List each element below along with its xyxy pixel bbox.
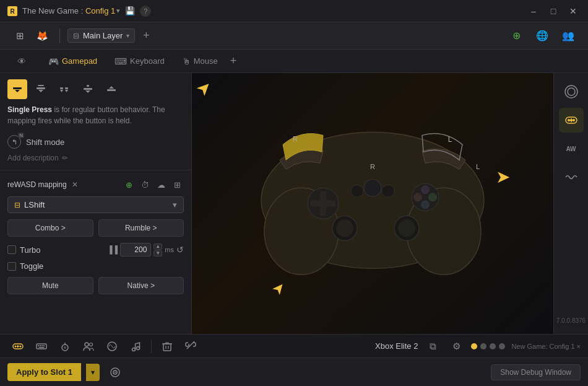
press-description-bold: Single Press — [7, 105, 52, 114]
sidebar-gamepad-button-1[interactable] — [559, 79, 584, 104]
device-music-button[interactable] — [125, 336, 146, 357]
toolbar-right: ⊕ 🌐 👥 — [506, 26, 578, 46]
device-network-button[interactable] — [102, 336, 123, 357]
visibility-button[interactable]: 👁 — [10, 53, 33, 69]
toggle-checkbox[interactable] — [7, 262, 16, 271]
svg-rect-57 — [64, 343, 66, 345]
toolbar-divider-1 — [59, 29, 60, 43]
minimize-button[interactable]: – — [525, 2, 542, 20]
hold-press-button[interactable] — [31, 79, 51, 99]
right-sidebar: AW 7.0.0.8376 — [553, 73, 588, 334]
device-settings-button[interactable]: ⚙ — [447, 338, 465, 355]
device-name-label: Xbox Elite 2 — [375, 341, 418, 351]
config-caret[interactable]: ▾ — [116, 7, 120, 15]
turbo-reset-button[interactable]: ↺ — [176, 245, 184, 255]
sidebar-gamepad-button-2[interactable] — [559, 108, 584, 133]
svg-point-60 — [90, 343, 93, 346]
add-description-row[interactable]: Add description ✏ — [0, 151, 191, 165]
toolbar-left: ⊞ 🦊 — [10, 26, 52, 46]
mapping-grid-icon-button[interactable]: ⊞ — [170, 178, 184, 191]
device-keyboard-button[interactable] — [31, 336, 52, 357]
users-button[interactable]: 👥 — [558, 26, 578, 46]
svg-rect-9 — [65, 87, 68, 89]
svg-point-39 — [568, 88, 575, 95]
toggle-checkbox-label[interactable]: Toggle — [7, 261, 43, 271]
apply-caret-button[interactable]: ▾ — [86, 364, 100, 381]
help-icon[interactable]: ? — [140, 6, 151, 17]
shift-mode-label: Shift mode — [26, 138, 64, 147]
xbox-button[interactable]: ⊕ — [506, 26, 526, 46]
svg-point-24 — [413, 193, 422, 201]
another-press-button[interactable] — [78, 79, 98, 99]
delete-mapping-button[interactable] — [157, 336, 178, 357]
mapping-xbox-icon-button[interactable]: ⊕ — [122, 178, 136, 191]
double-tap-button[interactable] — [54, 79, 74, 99]
footer-target-button[interactable] — [105, 362, 126, 383]
svg-rect-13 — [87, 85, 89, 87]
svg-point-58 — [64, 346, 66, 349]
add-layer-button[interactable]: + — [137, 27, 155, 45]
svg-point-25 — [421, 200, 430, 209]
device-users-button[interactable] — [78, 336, 99, 357]
layer-selector[interactable]: ⊟ Main Layer ▾ — [67, 29, 135, 43]
press-description: Single Press is for regular button behav… — [0, 103, 191, 133]
slot-dot-1[interactable] — [471, 343, 477, 349]
apply-to-slot-button[interactable]: Apply to Slot 1 — [7, 363, 81, 381]
svg-rect-51 — [38, 345, 39, 346]
svg-point-49 — [20, 345, 22, 347]
svg-rect-55 — [39, 347, 45, 348]
device-gamepad-button[interactable] — [7, 336, 28, 357]
mapping-cloud-icon-button[interactable]: ☁ — [154, 178, 168, 191]
mouse-tab[interactable]: 🖱 Mouse — [175, 53, 225, 69]
globe-button[interactable]: 🌐 — [532, 26, 552, 46]
sidebar-aw-button[interactable]: AW — [559, 136, 584, 161]
sidebar-wave-button[interactable] — [559, 165, 584, 190]
turbo-value-input[interactable] — [120, 243, 151, 257]
single-press-button[interactable] — [7, 79, 27, 99]
combo-button[interactable]: Combo > — [7, 219, 93, 237]
turbo-spinners: ▲ ▼ — [153, 243, 162, 257]
rumble-button[interactable]: Rumble > — [98, 219, 184, 237]
unlink-button[interactable] — [180, 336, 201, 357]
toggle-row: Toggle — [0, 259, 191, 273]
keyboard-tab[interactable]: ⌨ Keyboard — [107, 53, 172, 69]
mute-button[interactable]: Mute — [7, 277, 93, 294]
mapping-timer-icon-button[interactable]: ⏱ — [138, 178, 152, 191]
mute-native-row: Mute Native > — [0, 273, 191, 298]
window-controls: – □ ✕ — [525, 2, 582, 20]
save-icon[interactable]: 💾 — [125, 6, 135, 15]
svg-rect-14 — [107, 89, 116, 91]
slot-dot-2[interactable] — [480, 343, 486, 349]
svg-rect-2 — [13, 87, 22, 89]
slot-dot-3[interactable] — [490, 343, 496, 349]
svg-text:R: R — [10, 8, 15, 15]
firefox-button[interactable]: 🦊 — [32, 26, 52, 46]
svg-marker-8 — [60, 90, 63, 92]
shift-mode-row: ↰ N Shift mode — [0, 133, 191, 151]
turbo-checkbox[interactable] — [7, 245, 16, 254]
device-joystick-button[interactable] — [54, 336, 76, 357]
maximize-button[interactable]: □ — [545, 2, 562, 20]
show-debug-button[interactable]: Show Debug Window — [491, 364, 581, 380]
add-tab-button[interactable]: + — [230, 55, 237, 68]
native-button[interactable]: Native > — [98, 277, 184, 294]
turbo-checkbox-label[interactable]: Turbo — [7, 245, 40, 255]
release-button[interactable] — [102, 79, 121, 99]
layer-caret-icon: ▾ — [126, 32, 129, 39]
svg-rect-54 — [43, 345, 45, 346]
mapping-select[interactable]: ⊟ LShift ▾ — [7, 196, 184, 213]
gamepad-tab[interactable]: 🎮 Gamepad — [41, 53, 105, 69]
turbo-increment-button[interactable]: ▲ — [153, 243, 162, 250]
slot-dot-4[interactable] — [499, 343, 505, 349]
main-content: Single Press is for regular button behav… — [0, 73, 588, 334]
close-button[interactable]: ✕ — [564, 2, 582, 20]
device-copy-button[interactable]: ⧉ — [424, 338, 441, 355]
grid-view-button[interactable]: ⊞ — [10, 26, 30, 46]
mapping-select-row: ⊟ LShift ▾ — [0, 194, 191, 216]
main-layer-label: Main Layer — [83, 31, 123, 40]
center-panel: R L R L ➤ ➤ ➤ — [192, 73, 553, 334]
svg-point-33 — [382, 185, 394, 197]
mapping-close-button[interactable]: ✕ — [71, 180, 79, 189]
app-icon: R — [6, 5, 19, 17]
turbo-decrement-button[interactable]: ▼ — [153, 250, 162, 257]
